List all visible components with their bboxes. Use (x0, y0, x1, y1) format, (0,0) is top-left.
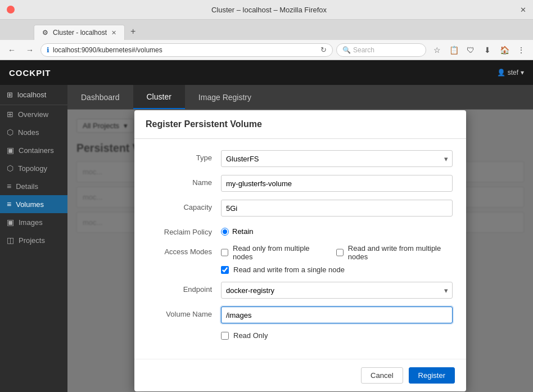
sidebar-label-details: Details (16, 182, 38, 191)
search-placeholder: Search (353, 46, 374, 54)
sidebar-item-projects[interactable]: ◫ Projects (0, 231, 67, 249)
capacity-input[interactable] (221, 200, 453, 217)
nav-cluster[interactable]: Cluster (133, 85, 185, 109)
access-mode-1-item: Read only from multiple nodes (221, 244, 323, 261)
sidebar-label-topology: Topology (18, 164, 47, 173)
endpoint-row: Endpoint docker-registry ▾ (148, 282, 453, 299)
grid-icon: ⊞ (7, 91, 13, 99)
register-button[interactable]: Register (409, 367, 455, 384)
projects-icon: ◫ (7, 236, 14, 245)
modal-footer: Cancel Register (134, 359, 466, 391)
search-bar[interactable]: 🔍 Search (336, 43, 426, 57)
back-button[interactable]: ← (4, 43, 19, 57)
app: COCKPIT 👤 stef ▾ ⊞ localhost ⊞ Overview … (0, 60, 533, 392)
access-mode-2-item: Read and write from multiple nodes (336, 244, 453, 261)
sidebar-item-volumes[interactable]: ≡ Volumes (0, 195, 67, 213)
url-bar[interactable]: ℹ localhost:9090/kubernetes#/volumes ↻ (40, 43, 333, 57)
user-menu[interactable]: 👤 stef ▾ (497, 69, 524, 76)
endpoint-label: Endpoint (148, 282, 221, 294)
retain-label: Retain (232, 227, 254, 236)
reclaim-policy-group: Retain (221, 224, 254, 236)
sidebar: ⊞ localhost ⊞ Overview ⬡ Nodes ▣ Contain… (0, 85, 67, 392)
name-input[interactable] (221, 175, 453, 192)
tab-close-button[interactable]: ✕ (111, 29, 116, 37)
retain-radio[interactable] (221, 228, 229, 236)
details-icon: ≡ (7, 182, 11, 191)
read-only-item: Read Only (221, 331, 268, 340)
sidebar-item-containers[interactable]: ▣ Containers (0, 141, 67, 159)
cancel-button[interactable]: Cancel (361, 367, 403, 384)
name-row: Name (148, 175, 453, 192)
volume-name-input[interactable] (221, 307, 453, 323)
bookmark-star-button[interactable]: ☆ (430, 43, 444, 57)
sidebar-label-containers: Containers (19, 146, 54, 155)
name-label: Name (148, 175, 221, 187)
topology-icon: ⬡ (7, 164, 13, 173)
type-label: Type (148, 150, 221, 162)
new-tab-button[interactable]: + (125, 23, 141, 40)
sidebar-item-details[interactable]: ≡ Details (0, 177, 67, 195)
access-modes-group: Read only from multiple nodes Read and w… (221, 244, 453, 274)
images-icon: ▣ (7, 218, 14, 227)
endpoint-select[interactable]: docker-registry (221, 282, 453, 299)
volumes-icon: ≡ (7, 200, 11, 209)
forward-button[interactable]: → (22, 43, 37, 57)
user-icon: 👤 (497, 69, 505, 76)
nav-image-registry[interactable]: Image Registry (185, 85, 265, 109)
download-button[interactable]: ⬇ (480, 43, 495, 57)
type-row: Type GlusterFS NFS iSCSI HostPath ▾ (148, 150, 453, 167)
access-mode-2-checkbox[interactable] (336, 249, 344, 256)
access-modes-label: Access Modes (148, 244, 221, 256)
cockpit-logo: COCKPIT (9, 68, 51, 78)
host-label: localhost (17, 91, 46, 99)
main-area: Dashboard Cluster Image Registry All Pro… (67, 85, 533, 392)
access-mode-3-checkbox[interactable] (221, 266, 229, 274)
url-text: localhost:9090/kubernetes#/volumes (53, 46, 317, 54)
containers-icon: ▣ (7, 146, 14, 155)
sidebar-item-topology[interactable]: ⬡ Topology (0, 159, 67, 177)
register-volume-modal: Register Persistent Volume Type GlusterF… (134, 110, 466, 391)
type-select-wrapper: GlusterFS NFS iSCSI HostPath ▾ (221, 150, 453, 167)
modal-overlay: Register Persistent Volume Type GlusterF… (67, 110, 533, 392)
save-button[interactable]: 📋 (446, 43, 461, 57)
shield-button[interactable]: 🛡 (463, 43, 478, 57)
sidebar-item-nodes[interactable]: ⬡ Nodes (0, 123, 67, 141)
home-button[interactable]: 🏠 (497, 43, 512, 57)
cockpit-header: COCKPIT 👤 stef ▾ (0, 60, 533, 85)
access-mode-2-label: Read and write from multiple nodes (348, 244, 453, 261)
user-dropdown-icon: ▾ (521, 69, 524, 76)
read-only-checkbox[interactable] (221, 332, 229, 340)
browser-nav: ← → ℹ localhost:9090/kubernetes#/volumes… (0, 40, 533, 60)
close-button[interactable] (7, 6, 15, 13)
read-only-empty-label (148, 331, 221, 335)
access-mode-1-label: Read only from multiple nodes (233, 244, 323, 261)
type-select[interactable]: GlusterFS NFS iSCSI HostPath (221, 150, 453, 167)
modal-title: Register Persistent Volume (134, 110, 466, 139)
menu-icon[interactable]: ⋮ (514, 43, 529, 57)
access-mode-3-label: Read and write from a single node (233, 265, 345, 274)
close-icon[interactable]: ✕ (520, 6, 526, 14)
sidebar-label-images: Images (19, 218, 43, 227)
access-mode-1-checkbox[interactable] (221, 249, 228, 256)
active-tab[interactable]: ⚙ Cluster - localhost ✕ (34, 25, 125, 40)
sidebar-item-images[interactable]: ▣ Images (0, 213, 67, 231)
content-area: All Projects ▾ Persistent Volumes moc...… (67, 110, 533, 392)
top-nav: Dashboard Cluster Image Registry (67, 85, 533, 110)
info-icon: ℹ (47, 46, 49, 54)
reclaim-policy-row: Reclaim Policy Retain (148, 224, 453, 236)
nav-dashboard[interactable]: Dashboard (67, 85, 133, 109)
modal-body: Type GlusterFS NFS iSCSI HostPath ▾ (134, 139, 466, 359)
search-icon: 🔍 (342, 46, 351, 54)
reclaim-policy-label: Reclaim Policy (148, 224, 221, 236)
app-body: ⊞ localhost ⊞ Overview ⬡ Nodes ▣ Contain… (0, 85, 533, 392)
reload-button[interactable]: ↻ (320, 46, 327, 54)
sidebar-host[interactable]: ⊞ localhost (0, 85, 67, 105)
sidebar-label-volumes: Volumes (16, 200, 44, 209)
overview-icon: ⊞ (7, 110, 13, 119)
sidebar-item-overview[interactable]: ⊞ Overview (0, 105, 67, 123)
browser-titlebar: Cluster – localhost – Mozilla Firefox ✕ (0, 0, 533, 20)
endpoint-select-wrapper: docker-registry ▾ (221, 282, 453, 299)
read-only-row: Read Only (148, 331, 453, 340)
browser-nav-icons: ☆ 📋 🛡 ⬇ 🏠 ⋮ (430, 43, 529, 57)
browser-tabs: ⚙ Cluster - localhost ✕ + (0, 20, 533, 40)
